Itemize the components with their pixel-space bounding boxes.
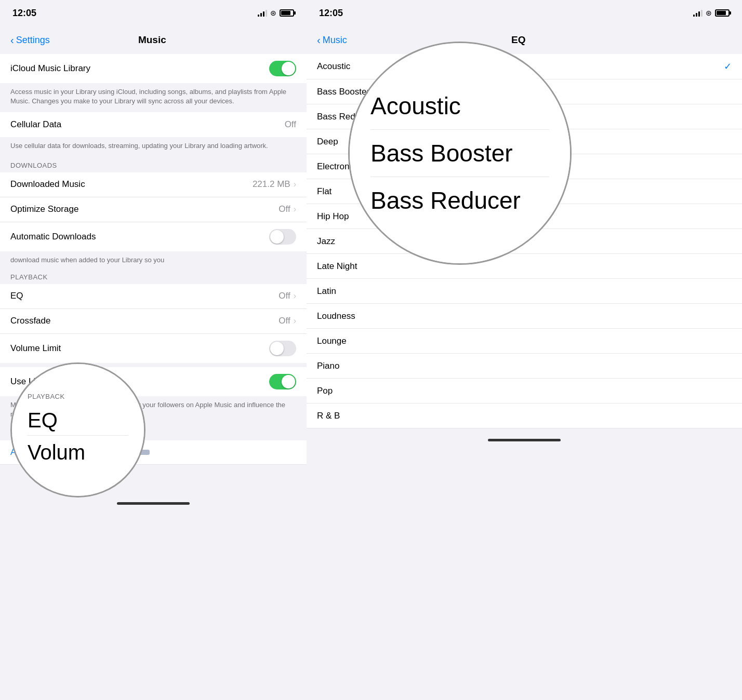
magnifier-bass-booster-item: Bass Booster <box>370 130 549 177</box>
eq-item-hip-hop-label: Hip Hop <box>317 211 349 222</box>
battery-icon-right <box>715 9 730 17</box>
page-title-right: EQ <box>511 34 525 46</box>
downloaded-music-size: 221.2 MB <box>253 179 290 190</box>
crossfade-row[interactable]: Crossfade Off › <box>0 309 307 334</box>
downloaded-music-label: Downloaded Music <box>10 179 85 190</box>
wifi-icon-left: ⊛ <box>270 9 276 17</box>
signal-bar-r2 <box>696 13 697 17</box>
eq-item-rnb[interactable]: R & B <box>307 403 742 428</box>
eq-chevron: › <box>294 291 296 301</box>
eq-item-loudness-label: Loudness <box>317 311 355 321</box>
optimize-storage-row[interactable]: Optimize Storage Off › <box>0 197 307 222</box>
signal-bar-1 <box>258 15 259 17</box>
eq-item-rnb-label: R & B <box>317 411 340 421</box>
cellular-value: Off <box>285 119 296 130</box>
magnifier-playback-label: PLAYBACK <box>28 393 128 400</box>
eq-item-loudness[interactable]: Loudness <box>307 304 742 329</box>
eq-item-pop[interactable]: Pop <box>307 379 742 403</box>
wifi-icon-right: ⊛ <box>706 9 712 17</box>
cellular-value-text: Off <box>285 119 296 130</box>
eq-item-lounge[interactable]: Lounge <box>307 329 742 354</box>
eq-item-acoustic-label: Acoustic <box>317 61 350 72</box>
eq-item-flat-label: Flat <box>317 186 332 197</box>
eq-item-jazz-label: Jazz <box>317 236 335 247</box>
back-label-right: Music <box>323 35 347 46</box>
optimize-storage-value-text: Off <box>279 204 290 214</box>
magnifier-left: PLAYBACK EQ Volum <box>10 362 145 497</box>
playback-header: PLAYBACK <box>0 269 307 284</box>
nav-bar-right: ‹ Music EQ <box>307 26 742 54</box>
back-label-left: Settings <box>16 35 50 46</box>
icloud-note: Access music in your Library using iClou… <box>0 83 307 112</box>
eq-item-bass-booster-label: Bass Booster <box>317 87 369 97</box>
icloud-label: iCloud Music Library <box>10 63 90 74</box>
magnifier-eq-item: EQ <box>28 406 128 436</box>
right-phone-panel: 12:05 ⊛ ‹ Music EQ Acoustic ✓ <box>307 0 742 700</box>
magnifier-left-content: PLAYBACK EQ Volum <box>12 364 144 496</box>
back-button-right[interactable]: ‹ Music <box>317 34 347 46</box>
eq-item-latin[interactable]: Latin <box>307 279 742 304</box>
automatic-downloads-row[interactable]: Automatic Downloads <box>0 222 307 251</box>
optimize-storage-label: Optimize Storage <box>10 204 78 214</box>
eq-item-late-night[interactable]: Late Night <box>307 254 742 279</box>
automatic-downloads-note: download music when added to your Librar… <box>0 251 307 265</box>
crossfade-chevron: › <box>294 316 296 326</box>
status-time-left: 12:05 <box>12 8 36 19</box>
signal-bar-2 <box>260 13 262 17</box>
eq-label: EQ <box>10 291 23 301</box>
crossfade-label: Crossfade <box>10 316 50 326</box>
eq-item-piano[interactable]: Piano <box>307 354 742 379</box>
page-title-left: Music <box>138 34 166 46</box>
automatic-downloads-toggle[interactable] <box>269 229 296 245</box>
downloads-header: DOWNLOADS <box>0 157 307 172</box>
signal-bar-r1 <box>693 15 695 17</box>
nav-bar-left: ‹ Settings Music <box>0 26 307 54</box>
magnifier-right: Acoustic Bass Booster Bass Reducer <box>348 42 572 265</box>
eq-acoustic-checkmark: ✓ <box>724 61 732 72</box>
cellular-data-row[interactable]: Cellular Data Off <box>0 112 307 137</box>
downloaded-music-value: 221.2 MB › <box>253 179 296 190</box>
volume-limit-row[interactable]: Volume Limit <box>0 334 307 363</box>
downloaded-music-chevron: › <box>294 180 296 189</box>
downloaded-music-row[interactable]: Downloaded Music 221.2 MB › <box>0 172 307 197</box>
left-phone-panel: 12:05 ⊛ ‹ Settings Music iCloud Music Li… <box>0 0 307 700</box>
eq-item-piano-label: Piano <box>317 361 339 371</box>
magnifier-acoustic-item: Acoustic <box>370 83 549 130</box>
back-button-left[interactable]: ‹ Settings <box>10 34 50 46</box>
eq-value: Off › <box>279 291 296 301</box>
signal-bar-3 <box>263 11 264 17</box>
icloud-music-library-row[interactable]: iCloud Music Library <box>0 54 307 83</box>
cellular-section: Cellular Data Off <box>0 112 307 137</box>
signal-bars-right <box>693 9 703 17</box>
listening-history-toggle[interactable] <box>269 374 296 389</box>
status-icons-left: ⊛ <box>258 9 294 17</box>
eq-item-pop-label: Pop <box>317 386 333 396</box>
eq-item-deep-label: Deep <box>317 137 338 147</box>
crossfade-value-text: Off <box>279 316 290 326</box>
signal-bar-r3 <box>698 11 700 17</box>
icloud-section: iCloud Music Library <box>0 54 307 83</box>
status-time-right: 12:05 <box>319 8 343 19</box>
eq-value-text: Off <box>279 291 290 301</box>
playback-section: EQ Off › Crossfade Off › Volume Limit <box>0 284 307 363</box>
eq-item-latin-label: Latin <box>317 286 336 297</box>
crossfade-value: Off › <box>279 316 296 326</box>
eq-row[interactable]: EQ Off › <box>0 284 307 309</box>
signal-bar-4 <box>266 10 267 17</box>
cellular-label: Cellular Data <box>10 119 61 130</box>
eq-item-lounge-label: Lounge <box>317 336 347 346</box>
status-bar-right: 12:05 ⊛ <box>307 0 742 26</box>
volume-limit-toggle[interactable] <box>269 341 296 356</box>
battery-fill-left <box>281 11 290 15</box>
eq-item-late-night-label: Late Night <box>317 261 357 272</box>
automatic-downloads-label: Automatic Downloads <box>10 232 96 242</box>
optimize-storage-value: Off › <box>279 204 296 214</box>
home-indicator-left <box>117 502 190 505</box>
optimize-storage-chevron: › <box>294 205 296 214</box>
chevron-left-icon-right: ‹ <box>317 34 321 46</box>
magnifier-right-content: Acoustic Bass Booster Bass Reducer <box>350 43 570 263</box>
cellular-note: Use cellular data for downloads, streami… <box>0 137 307 157</box>
icloud-toggle[interactable] <box>269 61 296 76</box>
magnifier-bass-reducer-item: Bass Reducer <box>370 177 549 224</box>
status-icons-right: ⊛ <box>693 9 730 17</box>
